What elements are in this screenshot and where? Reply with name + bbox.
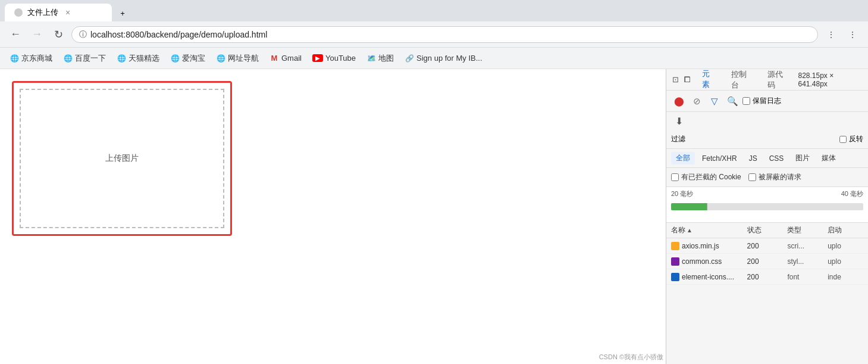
main-area: 上传图片 CSDN ©我有点小骄傲 ⊡ ⧠ 元素 控制台 源代码 828.15p…	[0, 69, 868, 364]
timeline-marker	[707, 203, 707, 210]
row-initiator: inde	[825, 273, 866, 281]
filter-icon-button[interactable]: ▽	[707, 94, 722, 109]
col-type[interactable]: 类型	[785, 225, 825, 235]
download-button[interactable]: ⬇	[671, 113, 687, 129]
blocked-checkbox[interactable]	[748, 173, 756, 181]
devtools-tab-elements[interactable]: 元素	[696, 69, 723, 94]
bookmark-gmail-label: Gmail	[281, 54, 302, 63]
blocked-label: 被屏蔽的请求	[759, 172, 801, 182]
timeline-label-40: 40 毫秒	[841, 189, 863, 198]
gmail-icon: M	[270, 54, 279, 63]
record-button[interactable]: ⬤	[671, 94, 687, 109]
bookmark-youtube[interactable]: ▶ YouTube	[308, 51, 361, 65]
timeline-labels: 20 毫秒 40 毫秒	[671, 187, 863, 201]
upload-area-outer[interactable]: 上传图片	[12, 81, 232, 236]
col-name[interactable]: 名称 ▲	[669, 225, 745, 235]
address-bar[interactable]: ⓘ localhost:8080/backend/page/demo/uploa…	[71, 26, 818, 43]
bookmark-jd[interactable]: 🌐 京东商城	[5, 51, 57, 66]
blocked-filter-option: 被屏蔽的请求	[748, 172, 801, 182]
row-status: 200	[745, 273, 785, 281]
row-type: styl...	[785, 257, 825, 266]
table-row[interactable]: element-icons.... 200 font inde	[666, 269, 868, 285]
tab-favicon	[14, 8, 23, 17]
devtools-inspector-icon[interactable]: ⊡	[672, 75, 679, 84]
page-content: 上传图片 CSDN ©我有点小骄傲	[0, 69, 666, 364]
nav-bar: ← → ↻ ⓘ localhost:8080/backend/page/demo…	[0, 21, 868, 48]
bookmark-wangzhi[interactable]: 🌐 网址导航	[211, 51, 264, 66]
search-button[interactable]: 🔍	[725, 94, 740, 109]
bookmark-jd-label: 京东商城	[21, 53, 52, 64]
active-tab[interactable]: 文件上传 ×	[5, 4, 112, 21]
filter-css[interactable]: CSS	[764, 153, 789, 164]
col-initiator[interactable]: 启动	[825, 225, 866, 235]
filter-fetch-xhr[interactable]: Fetch/XHR	[697, 153, 742, 164]
filter-label: 过滤	[671, 134, 685, 144]
bookmark-gmail[interactable]: M Gmail	[265, 51, 306, 66]
file-icon-js	[671, 242, 679, 250]
menu-button[interactable]: ⋮	[844, 26, 861, 43]
link-icon-ibm: 🔗	[405, 54, 414, 63]
network-table-header: 名称 ▲ 状态 类型 启动	[666, 223, 868, 238]
filter-js[interactable]: JS	[744, 153, 762, 164]
timeline: 20 毫秒 40 毫秒	[666, 187, 868, 223]
row-initiator: uplo	[825, 242, 866, 250]
filter-img[interactable]: 图片	[791, 152, 814, 164]
timeline-bar	[671, 203, 863, 210]
globe-icon-tmall: 🌐	[117, 54, 126, 63]
row-type: scri...	[785, 242, 825, 250]
bookmark-baidu[interactable]: 🌐 百度一下	[58, 51, 111, 66]
youtube-icon: ▶	[312, 54, 323, 62]
preserve-log-text: 保留日志	[753, 96, 781, 106]
bookmark-tmall[interactable]: 🌐 天猫精选	[112, 51, 164, 66]
bookmark-youtube-label: YouTube	[325, 54, 356, 63]
tab-label: 文件上传	[27, 7, 58, 18]
filter-media[interactable]: 媒体	[817, 152, 841, 164]
filter-types-row: 全部 Fetch/XHR JS CSS 图片 媒体	[666, 149, 868, 168]
forward-button[interactable]: →	[29, 26, 45, 43]
timeline-bar-fill	[671, 203, 707, 210]
row-type: font	[785, 273, 825, 281]
devtools-download-row: ⬇	[666, 112, 868, 130]
invert-option: 反转	[839, 134, 863, 144]
bookmark-tmall-label: 天猫精选	[129, 53, 159, 64]
upload-area-inner[interactable]: 上传图片	[20, 89, 224, 228]
back-button[interactable]: ←	[7, 26, 24, 43]
size-display: 828.15px × 641.48px	[798, 71, 862, 88]
devtools-tab-console[interactable]: 控制台	[725, 69, 759, 93]
filter-options-row: 有已拦截的 Cookie 被屏蔽的请求	[666, 168, 868, 187]
bookmark-taobao-label: 爱淘宝	[182, 53, 205, 64]
preserve-log-checkbox[interactable]	[742, 97, 750, 105]
table-row[interactable]: axios.min.js 200 scri... uplo	[666, 238, 868, 254]
bookmark-ibm[interactable]: 🔗 Sign up for My IB...	[400, 51, 487, 66]
devtools-tab-sources[interactable]: 源代码	[762, 69, 795, 93]
globe-icon-jd: 🌐	[10, 54, 19, 63]
new-tab-button[interactable]: +	[114, 5, 131, 21]
devtools-device-icon[interactable]: ⧠	[684, 75, 691, 84]
col-status[interactable]: 状态	[745, 225, 785, 235]
bookmark-taobao[interactable]: 🌐 爱淘宝	[165, 51, 210, 66]
row-filename: axios.min.js	[682, 242, 719, 250]
row-filename: element-icons....	[682, 273, 734, 281]
row-initiator: uplo	[825, 257, 866, 266]
globe-icon-taobao: 🌐	[170, 54, 180, 63]
stop-button[interactable]: ⊘	[689, 94, 704, 109]
cookie-checkbox[interactable]	[671, 173, 679, 181]
filter-all[interactable]: 全部	[671, 152, 695, 164]
bookmark-ibm-label: Sign up for My IB...	[416, 54, 482, 63]
preserve-log-label: 保留日志	[742, 96, 781, 106]
invert-label: 反转	[849, 134, 863, 144]
tab-close-button[interactable]: ×	[65, 8, 70, 17]
file-icon-font	[671, 273, 679, 281]
table-row[interactable]: common.css 200 styl... uplo	[666, 254, 868, 269]
bookmark-maps[interactable]: 🗺️ 地图	[362, 51, 399, 66]
row-name-col: common.css	[669, 257, 745, 266]
globe-icon-wangzhi: 🌐	[216, 54, 225, 63]
extensions-button[interactable]: ⋮	[823, 26, 839, 43]
reload-button[interactable]: ↻	[50, 26, 67, 43]
invert-checkbox[interactable]	[839, 136, 847, 143]
row-name-col: axios.min.js	[669, 242, 745, 250]
lock-icon: ⓘ	[79, 29, 87, 40]
upload-label: 上传图片	[105, 153, 139, 164]
tab-bar: 文件上传 × +	[0, 0, 868, 21]
timeline-label-20: 20 毫秒	[671, 189, 693, 198]
